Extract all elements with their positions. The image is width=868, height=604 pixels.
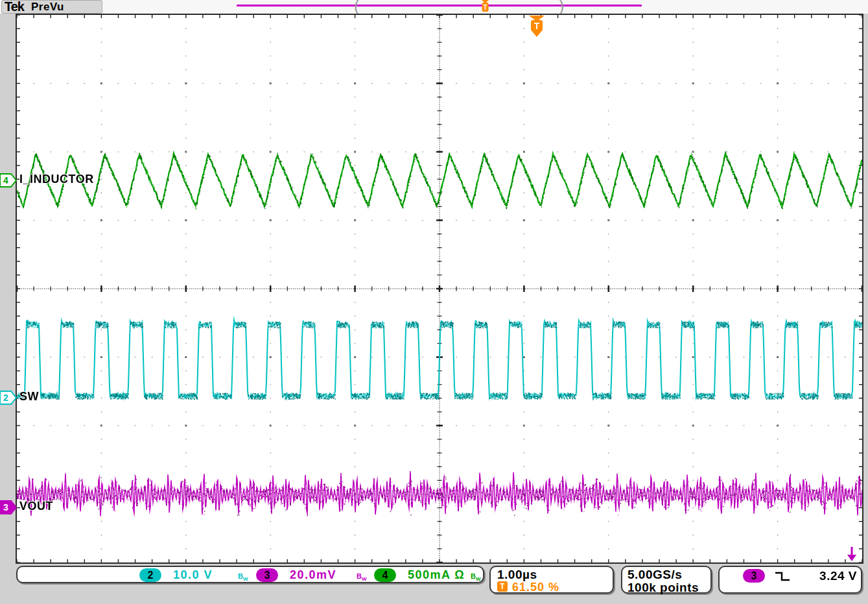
acquisition-status: PreVu xyxy=(31,1,64,14)
channel-tag-ch4[interactable]: 4 xyxy=(0,173,17,187)
svg-text:4: 4 xyxy=(3,175,8,186)
record-trigger-marker-icon[interactable]: T xyxy=(480,0,490,14)
channel-2-scale: 10.0 V xyxy=(173,568,213,582)
trigger-position-flag-icon[interactable]: T xyxy=(528,16,545,38)
channel-4-scale: 500mA Ω xyxy=(408,568,465,582)
waveform-label-vout: VOUT xyxy=(19,500,53,513)
channel-tag-ch2[interactable]: 2 xyxy=(0,391,17,405)
channel-tag-ch3[interactable]: 3 xyxy=(0,500,17,514)
trigger-level-readout: 3.24 V xyxy=(804,569,857,583)
waveform-label-sw: SW xyxy=(19,390,39,404)
channel-3-badge[interactable]: 3 xyxy=(256,568,278,582)
bandwidth-limit-icon-ch2: BW xyxy=(238,568,248,586)
bandwidth-limit-icon-ch3: BW xyxy=(357,568,367,586)
trigger-position-readout: 61.50 % xyxy=(512,581,559,594)
channel-4-badge[interactable]: 4 xyxy=(374,568,396,582)
falling-edge-icon xyxy=(774,571,791,582)
horizontal-readout-box[interactable]: 1.00µs T 61.50 % xyxy=(489,566,614,594)
channel-3-scale: 20.0mV xyxy=(290,568,336,582)
svg-text:T: T xyxy=(483,4,487,11)
sample-rate-readout: 5.00GS/s xyxy=(628,568,682,582)
svg-text:2: 2 xyxy=(3,393,8,403)
record-window-bracket-right: ) xyxy=(559,0,564,14)
waveform-label-i-inductor: I_INDUCTOR xyxy=(19,173,94,186)
trigger-source-badge[interactable]: 3 xyxy=(743,569,765,583)
trigger-position-icon: T xyxy=(497,581,508,592)
record-window-bracket-left: ( xyxy=(354,0,359,14)
trigger-level-arrow-icon[interactable] xyxy=(847,547,857,562)
trigger-readout-box[interactable]: 3 3.24 V xyxy=(718,566,862,594)
tek-logo: Tek xyxy=(5,0,24,14)
svg-text:T: T xyxy=(534,21,540,31)
channel-readouts-box[interactable]: 2 10.0 V BW 3 20.0mV BW 4 500mA Ω BW xyxy=(16,566,484,583)
channel-2-badge[interactable]: 2 xyxy=(139,568,161,582)
waveform-canvas xyxy=(17,15,862,562)
top-status-bar: Tek PreVu ( ) T xyxy=(0,0,868,14)
svg-text:3: 3 xyxy=(3,502,8,513)
acquisition-readout-box[interactable]: 5.00GS/s 100k points xyxy=(621,566,712,594)
bandwidth-limit-icon-ch4: BW xyxy=(471,568,481,586)
acquisition-status-box: Tek PreVu xyxy=(1,0,102,14)
timebase-readout: 1.00µs xyxy=(497,568,537,582)
record-length-readout: 100k points xyxy=(628,581,699,595)
record-view-bar[interactable] xyxy=(237,5,642,6)
scope-display xyxy=(16,14,863,564)
